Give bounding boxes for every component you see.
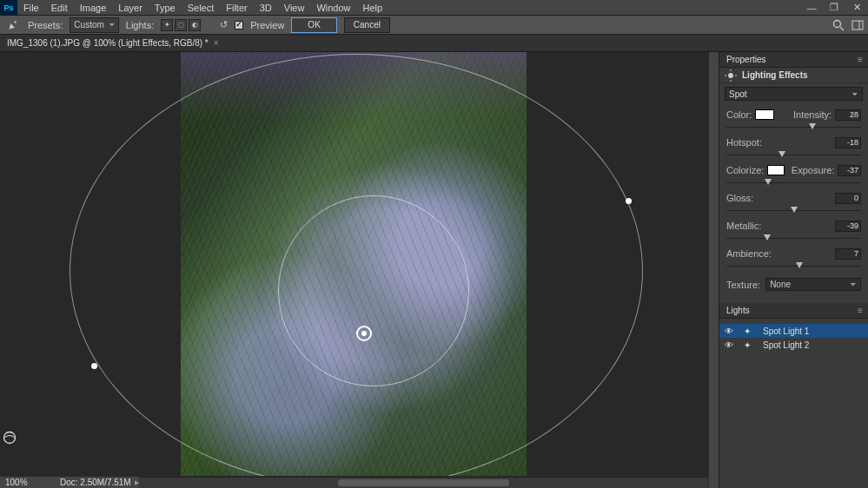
menu-view[interactable]: View — [278, 3, 311, 13]
search-icon[interactable] — [832, 18, 845, 32]
menu-select[interactable]: Select — [182, 3, 221, 13]
exposure-slider[interactable] — [726, 179, 861, 188]
ambience-value[interactable]: 7 — [835, 248, 861, 260]
colorize-label: Colorize: — [726, 165, 764, 175]
zoom-level[interactable]: 100% — [0, 478, 48, 487]
color-swatch[interactable] — [755, 109, 774, 120]
gloss-slider[interactable] — [726, 207, 861, 215]
intensity-label: Intensity: — [793, 109, 832, 120]
light-type-select[interactable]: Spot⏷ — [725, 87, 863, 101]
svg-point-5 — [4, 432, 16, 444]
light-inner-ellipse[interactable] — [278, 195, 469, 386]
preview-label: Preview — [250, 20, 284, 30]
menu-layer[interactable]: Layer — [112, 3, 149, 13]
canvas[interactable]: 100% Doc: 2.50M/7.51M ▶ — [0, 52, 708, 488]
document-tab[interactable]: IMG_1306 (1).JPG @ 100% (Light Effects, … — [7, 38, 219, 48]
svg-rect-3 — [852, 21, 863, 30]
metallic-slider[interactable] — [726, 234, 861, 243]
status-menu-icon[interactable]: ▶ — [135, 479, 139, 486]
presets-select[interactable]: Custom — [70, 17, 118, 33]
hotspot-label: Hotspot: — [726, 137, 762, 148]
ambience-label: Ambience: — [726, 248, 772, 259]
menu-3d[interactable]: 3D — [254, 3, 278, 13]
menu-help[interactable]: Help — [357, 3, 389, 13]
hotspot-value[interactable]: -18 — [835, 137, 861, 148]
menu-filter[interactable]: Filter — [220, 3, 253, 13]
panel-menu-icon[interactable]: ≡ — [852, 55, 868, 64]
visibility-eye-icon[interactable]: 👁 — [725, 326, 735, 336]
menu-type[interactable]: Type — [149, 3, 182, 13]
gloss-value[interactable]: 0 — [835, 193, 861, 204]
preview-checkbox[interactable] — [235, 21, 243, 30]
lights-label: Lights: — [126, 20, 154, 30]
color-label: Color: — [726, 109, 752, 120]
workspace-switcher-icon[interactable] — [851, 18, 865, 32]
exposure-label: Exposure: — [792, 165, 835, 175]
metallic-value[interactable]: -39 — [835, 221, 861, 232]
light-list-item[interactable]: 👁✦Spot Light 2 — [719, 338, 868, 352]
ok-button[interactable]: OK — [291, 17, 336, 33]
document-tab-label: IMG_1306 (1).JPG @ 100% (Light Effects, … — [7, 38, 209, 48]
menu-edit[interactable]: Edit — [45, 3, 74, 13]
close-button[interactable]: ✕ — [845, 0, 868, 16]
lights-panel-title: Lights — [726, 306, 750, 315]
minimize-button[interactable]: — — [800, 0, 823, 16]
svg-point-6 — [728, 73, 733, 78]
close-tab-icon[interactable]: × — [214, 38, 219, 48]
spot-light-icon: ✦ — [744, 340, 754, 350]
properties-section-title: Lighting Effects — [742, 70, 808, 80]
svg-point-0 — [14, 21, 16, 23]
active-tool-icon[interactable] — [5, 17, 21, 33]
menu-window[interactable]: Window — [310, 3, 356, 13]
svg-line-2 — [840, 27, 844, 30]
maximize-button[interactable]: ❐ — [823, 0, 845, 16]
light-handle[interactable] — [91, 363, 97, 369]
intensity-value[interactable]: 28 — [835, 109, 861, 121]
add-spot-light-icon[interactable]: ✦ — [161, 19, 173, 31]
spot-light-icon: ✦ — [744, 326, 754, 336]
doc-size[interactable]: Doc: 2.50M/7.51M — [48, 478, 131, 487]
metallic-label: Metallic: — [726, 221, 761, 231]
cancel-button[interactable]: Cancel — [344, 17, 390, 33]
ambience-slider[interactable] — [726, 262, 861, 271]
panel-menu-icon[interactable]: ≡ — [852, 306, 868, 315]
menu-file[interactable]: File — [17, 3, 45, 13]
app-logo: Ps — [0, 0, 17, 16]
add-infinite-light-icon[interactable]: ◐ — [189, 19, 201, 31]
hotspot-slider[interactable] — [726, 151, 861, 160]
light-center-target[interactable] — [356, 326, 372, 341]
light-handle[interactable] — [626, 198, 632, 204]
gloss-label: Gloss: — [726, 193, 753, 203]
lighting-effects-icon — [725, 69, 737, 82]
light-name: Spot Light 1 — [763, 326, 809, 336]
menu-image[interactable]: Image — [74, 3, 113, 13]
properties-panel-title: Properties — [726, 55, 766, 64]
intensity-slider[interactable] — [726, 123, 861, 132]
svg-point-1 — [834, 21, 841, 28]
horizontal-scrollbar[interactable] — [139, 477, 708, 488]
visibility-eye-icon[interactable]: 👁 — [725, 340, 735, 350]
texture-select[interactable]: None⏷ — [765, 278, 861, 291]
light-list-item[interactable]: 👁✦Spot Light 1 — [719, 324, 868, 338]
exposure-value[interactable]: -37 — [838, 165, 861, 176]
texture-label: Texture: — [726, 280, 760, 290]
presets-label: Presets: — [28, 20, 63, 30]
collapsed-panel-strip[interactable] — [708, 52, 719, 488]
colorize-swatch[interactable] — [767, 165, 784, 175]
ground-plane-icon[interactable] — [3, 431, 17, 445]
lights-list: 👁✦Spot Light 1👁✦Spot Light 2 — [719, 319, 868, 488]
reset-icon[interactable]: ↺ — [220, 19, 228, 30]
add-point-light-icon[interactable]: ◌ — [175, 19, 187, 31]
light-name: Spot Light 2 — [763, 340, 809, 350]
